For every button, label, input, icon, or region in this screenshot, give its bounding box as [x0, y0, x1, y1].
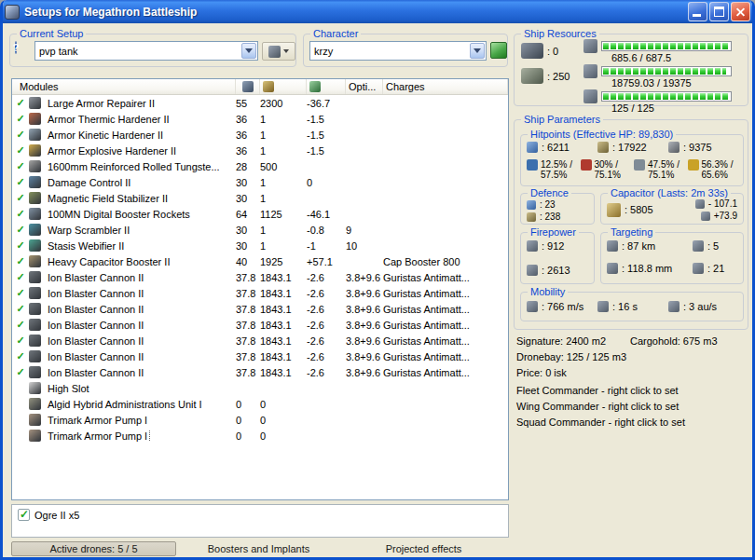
module-cpu: 37.8: [236, 288, 260, 299]
module-opti: 3.8+9.6: [346, 288, 383, 299]
module-pg: 1: [260, 193, 307, 204]
module-pg: 1843.1: [260, 288, 307, 299]
structure-hp: : 9375: [668, 142, 739, 153]
table-row[interactable]: ✓ Ion Blaster Cannon II 37.8 1843.1 -2.6…: [12, 333, 508, 348]
explosive-resist: 56.3% /65.6%: [688, 159, 742, 180]
module-tool-icon: [268, 46, 281, 58]
close-button[interactable]: [731, 2, 750, 21]
drone-active-checkbox[interactable]: [18, 509, 30, 521]
calibration-value: : 250: [547, 71, 570, 82]
module-icon: [29, 287, 41, 299]
table-row[interactable]: ✓ Ion Blaster Cannon II 37.8 1843.1 -2.6…: [12, 285, 508, 301]
table-row[interactable]: ✓ 100MN Digital Booster Rockets 64 1125 …: [12, 206, 508, 222]
cpu-usage-text: 685.6 / 687.5: [583, 53, 742, 63]
table-row[interactable]: ✓ Large Armor Repairer II 55 2300 -36.7: [12, 95, 508, 111]
drone-list-item[interactable]: Ogre II x5: [18, 509, 502, 521]
armor-hp: : 17922: [597, 142, 668, 153]
module-active-check: ✓: [12, 224, 29, 236]
table-row[interactable]: ✓ Ion Blaster Cannon II 37.8 1843.1 -2.6…: [12, 269, 508, 285]
module-icon: [29, 176, 41, 188]
table-row[interactable]: ✓ Ion Blaster Cannon II 37.8 1843.1 -2.6…: [12, 317, 508, 333]
module-opti: 3.8+9.6: [346, 367, 383, 378]
module-pg: 0: [260, 415, 307, 426]
tab-boosters-and-implants[interactable]: Boosters and Implants: [176, 541, 341, 556]
module-cpu: 36: [236, 145, 260, 157]
module-active-check: ✓: [12, 335, 29, 347]
maximize-icon: [714, 7, 724, 17]
module-active-check: ✓: [12, 287, 29, 299]
warp-speed: : 3 au/s: [668, 301, 739, 312]
shield-recharge: : 23: [527, 199, 560, 210]
align-time-icon: [597, 301, 609, 312]
title-bar[interactable]: Setups for Megathron Battleship: [0, 0, 755, 23]
module-cpu: 37.8: [236, 367, 260, 378]
character-portrait-icon[interactable]: [490, 42, 507, 59]
module-active-check: ✓: [12, 144, 29, 157]
table-row[interactable]: ✓ Armor Thermic Hardener II 36 1 -1.5: [12, 111, 508, 127]
slot-summary: : 0 : 250: [521, 43, 570, 84]
table-row[interactable]: ✓ Ion Blaster Cannon II 37.8 1843.1 -2.6…: [12, 364, 508, 380]
cap-recharge-icon: [701, 212, 710, 221]
squad-commander-text[interactable]: Squad Commander - right click to set: [516, 415, 751, 430]
capacitor-panel: Capacitor (Lasts: 2m 33s) : 5805 - 107.1…: [600, 193, 744, 225]
module-name: Warp Scrambler II: [46, 225, 131, 236]
table-row[interactable]: ✓ Ion Blaster Cannon II 37.8 1843.1 -2.6…: [12, 301, 508, 317]
setup-combobox[interactable]: pvp tank: [34, 41, 258, 61]
cap-drain-icon: [695, 199, 705, 209]
module-icon: [29, 366, 41, 378]
module-pg: 1843.1: [260, 272, 307, 283]
firepower-label: Firepower: [528, 226, 579, 239]
table-row[interactable]: ✓ Magnetic Field Stabilizer II 30 1: [12, 190, 508, 206]
signature-text: Signature: 2400 m2: [516, 335, 606, 347]
table-row[interactable]: ✓ Armor Explosive Hardener II 36 1 -1.5: [12, 143, 508, 158]
table-row[interactable]: ✓ Armor Kinetic Hardener II 36 1 -1.5: [12, 127, 508, 143]
shield-icon: [527, 142, 538, 153]
module-name: Ion Blaster Cannon II: [46, 272, 145, 283]
drone-bandwidth-text: 125 / 125: [583, 103, 742, 114]
character-combo-dropdown-button[interactable]: [470, 43, 485, 59]
maximize-button[interactable]: [709, 2, 729, 21]
setup-combo-dropdown-button[interactable]: [241, 43, 256, 59]
targeting-range: : 87 km: [607, 240, 693, 252]
module-icon: [29, 97, 41, 109]
character-combobox[interactable]: krzy: [309, 41, 487, 61]
price-text: Price: 0 isk: [516, 365, 751, 381]
module-pg: 1843.1: [260, 367, 307, 378]
firepower-panel: Firepower : 912 : 2613: [520, 232, 595, 284]
wing-commander-text[interactable]: Wing Commander - right click to set: [516, 399, 751, 415]
table-row[interactable]: ✓ Heavy Capacitor Booster II 40 1925 +57…: [12, 253, 508, 269]
module-pg: 1: [260, 225, 307, 236]
window-title: Setups for Megathron Battleship: [24, 6, 688, 19]
setup-tool-button[interactable]: [262, 42, 295, 61]
minimize-button[interactable]: [688, 2, 707, 21]
table-row[interactable]: ✓ Ion Blaster Cannon II 37.8 1843.1 -2.6…: [12, 348, 508, 364]
powergrid-usage-text: 18759.03 / 19375: [583, 78, 742, 89]
module-name: Armor Thermic Hardener II: [46, 114, 172, 125]
tab-projected-effects[interactable]: Projected effects: [341, 541, 506, 556]
fleet-commander-text[interactable]: Fleet Commander - right click to set: [516, 383, 751, 399]
table-row[interactable]: ✓ Warp Scrambler II 30 1 -0.8 9: [12, 222, 508, 238]
table-row[interactable]: ✓ Stasis Webifier II 30 1 -1 10: [12, 238, 508, 253]
module-cpu: 30: [236, 177, 260, 188]
tab-active-drones[interactable]: Active drones: 5 / 5: [11, 541, 176, 556]
module-name: Large Armor Repairer II: [46, 98, 157, 109]
module-icon: [29, 255, 41, 267]
modules-table-header[interactable]: Modules Opti... Charges: [12, 79, 508, 95]
module-name: Ion Blaster Cannon II: [46, 320, 145, 331]
armor-icon: [597, 142, 609, 153]
module-pg: 1: [260, 177, 307, 188]
table-row[interactable]: Algid Hybrid Administrations Unit I 0 0: [12, 396, 508, 412]
current-setup-label: Current Setup: [17, 28, 86, 40]
defence-panel: Defence : 23 : 238: [520, 193, 595, 225]
module-opti: 9: [346, 225, 383, 236]
app-icon: [5, 5, 20, 20]
table-row[interactable]: High Slot: [12, 380, 508, 396]
table-row[interactable]: ✓ 1600mm Reinforced Rolled Tungste... 28…: [12, 158, 508, 174]
structure-icon: [668, 142, 680, 153]
module-cpu: 0: [236, 415, 260, 426]
table-row[interactable]: Trimark Armor Pump I 0 0: [12, 428, 508, 444]
table-row[interactable]: Trimark Armor Pump I 0 0: [12, 412, 508, 428]
table-row[interactable]: ✓ Damage Control II 30 1 0: [12, 174, 508, 190]
capacitor-column-icon: [309, 81, 321, 92]
help-icon[interactable]: [15, 41, 17, 54]
